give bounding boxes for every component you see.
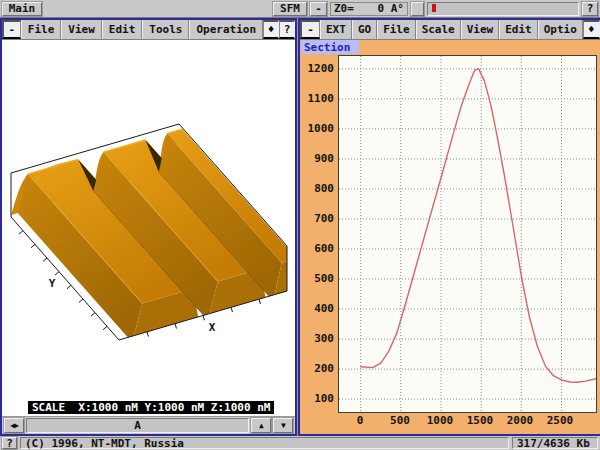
y-tick-label: 600 (300, 242, 334, 255)
z0-adjust-button[interactable] (411, 2, 424, 16)
x-tick-label: 0 (340, 414, 380, 427)
surface-3d-view: Y X SCALE X:1000 nM Y:1000 nM Z:1000 nM (2, 40, 295, 416)
copyright-field: (C) 1996, NT-MDT, Russia (20, 437, 509, 449)
menu-item-view[interactable]: View (461, 20, 500, 39)
memory-usage-field: 317/4636 Kb (512, 437, 598, 449)
x-tick-label: 500 (380, 414, 420, 427)
menu-item-file[interactable]: File (21, 20, 62, 39)
y-tick-label: 900 (300, 152, 334, 165)
y-tick-label: 200 (300, 362, 334, 375)
help-button-top[interactable]: ? (582, 2, 598, 16)
y-tick-label: 1200 (300, 62, 334, 75)
y-axis-label: Y (49, 277, 56, 290)
sfm-button[interactable]: SFM (273, 2, 307, 16)
menu-item-operation[interactable]: Operation (189, 20, 263, 39)
y-tick-label: 100 (300, 392, 334, 405)
slider-position-marker[interactable] (432, 4, 436, 12)
surface-3d-plot: Y X (2, 40, 295, 416)
section-plot-area (338, 55, 597, 413)
y-tick-label: 800 (300, 182, 334, 195)
menu-item-view[interactable]: View (61, 20, 102, 39)
section-curve (361, 69, 596, 382)
section-chart (339, 56, 596, 412)
menu-item-edit[interactable]: Edit (102, 20, 143, 39)
y-tick-label: 700 (300, 212, 334, 225)
windows-row: - FileViewEditToolsOperation ♦ ? (0, 18, 600, 436)
main-menu-button[interactable]: Main (2, 2, 42, 16)
menu-item-file[interactable]: File (377, 20, 416, 39)
resize-diamond-icon[interactable]: ♦ (263, 20, 279, 39)
menu-item-go[interactable]: GO (352, 20, 377, 39)
menu-item-ext[interactable]: EXT (320, 20, 352, 39)
scale-bar: SCALE X:1000 nM Y:1000 nM Z:1000 nM (28, 401, 274, 414)
scrollbar-track[interactable]: A (26, 418, 249, 433)
status-bar: ? (C) 1996, NT-MDT, Russia 317/4636 Kb (0, 436, 600, 450)
y-tick-label: 1000 (300, 122, 334, 135)
menu-item-optio[interactable]: Optio (538, 20, 583, 39)
minimize-icon[interactable]: - (300, 20, 320, 39)
section-window-menu: EXTGOFileScaleViewEditOptio (320, 20, 583, 39)
section-panel: Section 10020030040050060070080090010001… (300, 40, 600, 434)
x-tick-label: 2000 (500, 414, 540, 427)
section-window: - EXTGOFileScaleViewEditOptio ♦ ? Sectio… (298, 18, 600, 436)
y-axis-tick-labels: 100200300400500600700800900100011001200 (300, 40, 336, 434)
scroll-down-icon[interactable]: ▼ (273, 418, 293, 433)
menu-item-tools[interactable]: Tools (142, 20, 189, 39)
surface-window-scrollbar: ◀▶ A ▲ ▼ (2, 416, 295, 434)
z0-slider[interactable] (427, 2, 579, 16)
z0-label: Z0= (334, 2, 354, 15)
help-button-left-window[interactable]: ? (279, 20, 295, 39)
x-tick-label: 1500 (460, 414, 500, 427)
z0-readout: Z0= 0 A° (330, 2, 408, 16)
help-button-status-bar[interactable]: ? (2, 437, 17, 449)
y-tick-label: 300 (300, 332, 334, 345)
x-tick-label: 2500 (540, 414, 580, 427)
x-axis-label: X (209, 321, 216, 334)
surface-gold-ridges (11, 129, 295, 380)
surface-view-window: - FileViewEditToolsOperation ♦ ? (0, 18, 297, 436)
minimize-icon[interactable]: - (310, 2, 327, 16)
scrollbar-label: A (134, 419, 141, 432)
surface-window-menu: FileViewEditToolsOperation (21, 20, 263, 39)
surface-window-menubar: - FileViewEditToolsOperation ♦ ? (2, 20, 295, 40)
x-tick-label: 1000 (420, 414, 460, 427)
y-tick-label: 1100 (300, 92, 334, 105)
application-window: Main SFM - Z0= 0 A° ? - FileViewEditTool… (0, 0, 600, 450)
scroll-left-right-icon[interactable]: ◀▶ (4, 418, 24, 433)
top-bar: Main SFM - Z0= 0 A° ? (0, 0, 600, 18)
y-tick-label: 500 (300, 272, 334, 285)
y-tick-label: 400 (300, 302, 334, 315)
resize-diamond-icon[interactable]: ♦ (583, 20, 600, 39)
minimize-icon[interactable]: - (2, 20, 21, 39)
menu-item-scale[interactable]: Scale (416, 20, 461, 39)
section-window-menubar: - EXTGOFileScaleViewEditOptio ♦ ? (300, 20, 600, 40)
z0-value: 0 A° (378, 2, 405, 15)
x-axis-tick-labels: 05001000150020002500 (338, 414, 596, 427)
menu-item-edit[interactable]: Edit (499, 20, 538, 39)
scroll-up-icon[interactable]: ▲ (251, 418, 271, 433)
